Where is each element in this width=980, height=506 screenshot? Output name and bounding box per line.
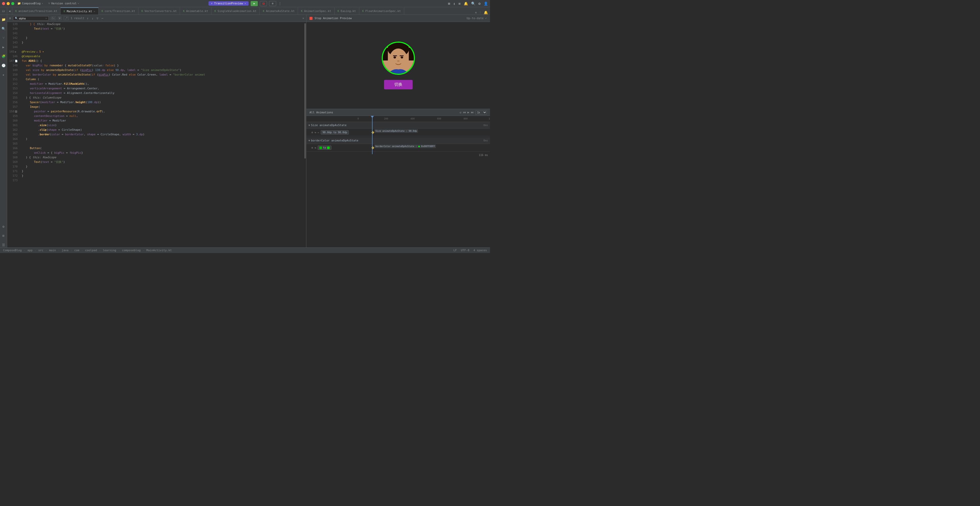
breadcrumb-coolpad[interactable]: coolpad: [85, 249, 97, 252]
sidebar-folder-icon[interactable]: 📁: [1, 17, 6, 22]
regex-btn[interactable]: .*: [64, 16, 69, 20]
toolbar-icon-4[interactable]: 🔔: [464, 2, 468, 6]
more-options-button[interactable]: ⋮: [278, 2, 282, 5]
breadcrumb-com[interactable]: com: [74, 249, 80, 252]
code-content[interactable]: } { this: RowScope Text(text = "切换") } }: [20, 22, 306, 247]
tab-animation-spec[interactable]: K AnimationSpec.kt: [298, 7, 334, 14]
indent[interactable]: 4 spaces: [473, 249, 487, 252]
search-expand-icon[interactable]: ⊞: [9, 17, 11, 20]
stop-preview-btn[interactable]: [309, 17, 313, 20]
notification-icon[interactable]: 🔔: [484, 11, 488, 14]
switch-button[interactable]: 切换: [384, 80, 413, 89]
anim-play-btn[interactable]: ▶: [468, 111, 469, 114]
breadcrumb-mainactivity[interactable]: MainActivity.kt: [146, 249, 172, 252]
tab-animation-transition[interactable]: K animation/Transition.kt: [12, 7, 60, 14]
maximize-icon[interactable]: [11, 2, 14, 5]
preview-pill[interactable]: ⚡ TransitionPreview ▾: [208, 1, 249, 6]
search-prev-btn[interactable]: ↑: [86, 17, 89, 20]
search-options-btn[interactable]: ⋯: [101, 17, 104, 20]
anim-row-size: ⚙ ⇆ ✏ 90.0dp to 90.0dp Size animateDpAsS…: [306, 129, 490, 136]
encoding[interactable]: UTF-8: [461, 249, 469, 252]
breadcrumb-main[interactable]: main: [49, 249, 56, 252]
sidebar-git-icon[interactable]: ⑂: [1, 35, 6, 40]
size-edit-icon[interactable]: ✏: [318, 131, 319, 134]
ruler-mark-200: 200: [384, 118, 388, 120]
search-clear-icon[interactable]: ✕: [45, 17, 47, 20]
project-name[interactable]: 📁 ComposeBlog ▾: [18, 2, 43, 5]
sidebar-run-icon[interactable]: ▶: [1, 45, 6, 49]
toolbar-icon-3[interactable]: ≡: [458, 2, 460, 6]
word-btn[interactable]: W: [58, 16, 62, 20]
scrollbar-thumb[interactable]: [304, 23, 306, 159]
anim-reset-btn[interactable]: ↺: [460, 111, 461, 114]
tab-navigation[interactable]: ◀: [7, 7, 12, 14]
toolbar-icon-2[interactable]: ↕: [453, 2, 455, 6]
sidebar-extensions-icon[interactable]: 🧩: [1, 54, 6, 59]
anim-prev-frame-btn[interactable]: ⏮: [463, 111, 466, 114]
breadcrumb-src[interactable]: src: [38, 249, 43, 252]
breadcrumb-sep-1: ›: [24, 249, 25, 252]
case-sensitive-btn[interactable]: Cc: [51, 16, 56, 20]
tab-more-icon[interactable]: ⋮: [479, 11, 482, 14]
tab-single-value[interactable]: K SingleValueAnimation.kt: [212, 7, 260, 14]
search-input[interactable]: [19, 17, 45, 20]
toolbar-icon-1[interactable]: ⊞: [448, 2, 450, 6]
size-group-expand-icon[interactable]: ▼: [309, 124, 310, 127]
line-ending[interactable]: LF: [453, 249, 457, 252]
anim-row-color: ⚙ ⇆ to borderColor animateDpAsState : ■ …: [306, 144, 490, 152]
code-line-166: Button(: [22, 146, 304, 151]
anim-group-size-header: ▼ Size animateDpAsState 0ms: [306, 122, 490, 129]
sidebar-settings-icon[interactable]: ⚙: [1, 224, 6, 229]
sidebar-bottom-icon[interactable]: ☰: [1, 242, 6, 247]
sidebar-layout-icon[interactable]: ⊞: [1, 233, 6, 238]
debug-button[interactable]: 🐞: [260, 1, 267, 6]
breadcrumb-learning[interactable]: learning: [103, 249, 116, 252]
tab-core-transition[interactable]: K core/Transition.kt: [99, 7, 138, 14]
tab-animate-as-state[interactable]: K AnimateAsState.kt: [260, 7, 298, 14]
tab-mainactivity[interactable]: K MainActivity.kt ✕: [60, 7, 98, 14]
tab-vector-converters[interactable]: K VectorConverters.kt: [138, 7, 180, 14]
search-next-btn[interactable]: ↓: [91, 17, 94, 20]
tab-list-icon[interactable]: ≡: [475, 11, 477, 14]
search-filter-btn[interactable]: ▽: [96, 17, 99, 20]
anim-speed-select[interactable]: 1x 0.5x 2x: [476, 110, 487, 115]
close-icon[interactable]: [2, 2, 5, 5]
user-icon[interactable]: 👤: [484, 2, 488, 6]
breadcrumb-composeblog2[interactable]: composeblog: [122, 249, 141, 252]
file-tree-toggle[interactable]: 🗂: [0, 7, 7, 14]
settings-button[interactable]: ⚙: [269, 1, 276, 6]
run-button[interactable]: ▶: [251, 1, 258, 6]
anim-group-color-header: ▼ borderColor animateDpAsState 0ms: [306, 137, 490, 144]
sidebar-star-icon[interactable]: ★: [1, 72, 6, 77]
tab-animatable[interactable]: K Animatable.kt: [180, 7, 212, 14]
search-close-btn[interactable]: ✕: [302, 17, 304, 20]
ruler-track: 0 200 400 600 800 1000: [358, 116, 490, 122]
sidebar-clock-icon[interactable]: 🕐: [1, 63, 6, 68]
ruler-mark-400: 400: [410, 118, 415, 120]
timeline-ruler: 0 200 400 600 800 1000: [306, 116, 490, 122]
tab-close-mainactivity[interactable]: ✕: [94, 10, 95, 13]
code-editor[interactable]: 139 140 141 142 143 144 145⚙ 146 147📄 14…: [7, 22, 306, 247]
tab-bar: 🗂 ◀ K animation/Transition.kt K MainActi…: [0, 7, 490, 15]
tab-overflow: ≡ ⋮ 🔔: [473, 11, 490, 14]
breadcrumb-app[interactable]: app: [27, 249, 32, 252]
playhead[interactable]: [372, 116, 372, 154]
version-control[interactable]: ⑂ Version control ▾: [48, 2, 79, 5]
size-swap-icon[interactable]: ⇆: [315, 131, 316, 134]
color-group-expand-icon[interactable]: ▼: [309, 139, 310, 142]
tab-easing[interactable]: K Easing.kt: [334, 7, 359, 14]
sidebar-magnify-icon[interactable]: 🔍: [1, 26, 6, 31]
code-line-154: horizontalAlignment = Alignment.CenterHo…: [22, 91, 304, 95]
anim-next-frame-btn[interactable]: ⏭: [471, 111, 474, 114]
color-to-swatch: [327, 146, 329, 149]
color-settings-icon[interactable]: ⚙: [312, 146, 313, 149]
minimize-icon[interactable]: [6, 2, 10, 5]
breadcrumb-composeblog[interactable]: ComposeBlog: [3, 249, 22, 252]
settings-icon[interactable]: ⚙: [479, 2, 480, 6]
search-result-count: 1 result: [71, 17, 84, 20]
search-icon[interactable]: 🔍: [471, 2, 476, 6]
breadcrumb-java[interactable]: java: [62, 249, 69, 252]
size-settings-icon[interactable]: ⚙: [312, 131, 313, 134]
color-swap-icon[interactable]: ⇆: [315, 146, 316, 149]
tab-float-animation[interactable]: K FloatAnimationSpec.kt: [359, 7, 404, 14]
